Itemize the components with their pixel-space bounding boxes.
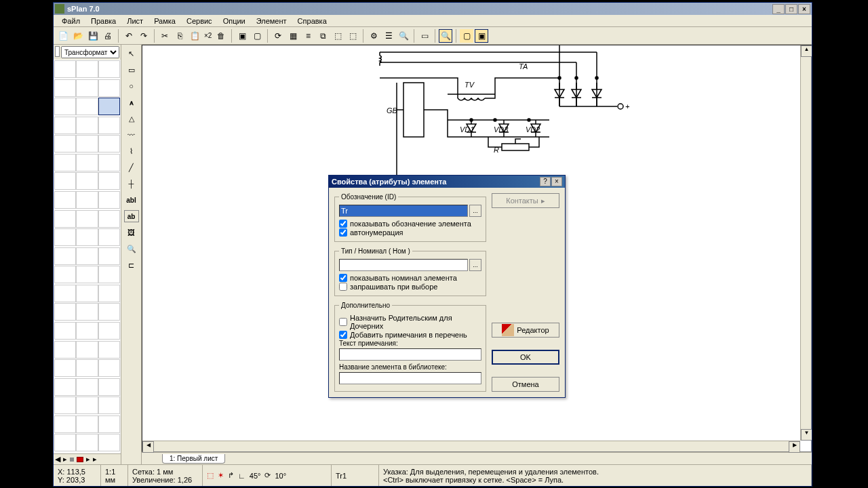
lib-item[interactable] [76, 341, 98, 359]
pointer-tool-icon[interactable]: ↖ [124, 47, 139, 60]
type-input[interactable] [339, 259, 468, 271]
lib-item[interactable] [98, 191, 120, 209]
lib-item[interactable] [54, 135, 76, 152]
grid-icon[interactable]: ▦ [286, 29, 300, 43]
dialog-close-button[interactable]: × [551, 177, 562, 186]
lib-item[interactable] [98, 79, 120, 97]
menu-help[interactable]: Справка [292, 16, 332, 26]
lib-item[interactable] [98, 322, 120, 340]
lib-item[interactable] [76, 396, 98, 414]
undo-icon[interactable]: ↶ [122, 29, 136, 43]
editor-button[interactable]: Редактор [492, 323, 559, 338]
chk-addnote[interactable] [339, 331, 347, 339]
lib-item[interactable] [76, 117, 98, 134]
lib-item[interactable] [98, 396, 120, 414]
curve-tool-icon[interactable]: 〰 [124, 129, 139, 141]
sheet-tab-1[interactable]: 1: Первый лист [162, 454, 225, 464]
polygon-tool-icon[interactable]: △ [124, 113, 139, 125]
lib-item[interactable] [98, 135, 120, 152]
dialog-title-bar[interactable]: Свойства (атрибуты) элемента ? × [329, 176, 565, 188]
lib-item[interactable] [98, 172, 120, 190]
minimize-button[interactable]: _ [772, 4, 785, 14]
lib-item[interactable] [54, 117, 76, 134]
lib-item[interactable] [98, 210, 120, 228]
lib-item-selected[interactable] [98, 98, 120, 115]
chk-parent[interactable] [339, 318, 347, 326]
lib-item[interactable] [54, 191, 76, 209]
lib-item[interactable] [54, 172, 76, 190]
lib-item[interactable] [76, 172, 98, 190]
open-icon[interactable]: 📂 [71, 29, 85, 43]
vertical-scrollbar[interactable] [800, 45, 811, 441]
front-icon[interactable]: ▣ [235, 29, 249, 43]
chk-autonum[interactable] [339, 228, 347, 237]
special-tool-icon[interactable]: ᴀ [124, 96, 139, 108]
lib-item[interactable] [54, 210, 76, 228]
lib-item[interactable] [54, 322, 76, 340]
image-tool-icon[interactable]: 🖼 [124, 226, 139, 239]
measure-tool-icon[interactable]: ⊏ [124, 259, 139, 271]
lib-item[interactable] [76, 434, 98, 451]
lib-item[interactable] [76, 247, 98, 265]
menu-file[interactable]: Файл [56, 16, 85, 26]
contacts-button[interactable]: Контакты▸ [492, 193, 559, 208]
copy-icon[interactable]: ⎘ [173, 29, 186, 43]
magnify-icon[interactable]: 🔍 [439, 29, 452, 43]
menu-frame[interactable]: Рамка [149, 16, 181, 26]
lib-item[interactable] [76, 266, 98, 283]
lib-item[interactable] [76, 154, 98, 171]
lib-item[interactable] [54, 415, 76, 433]
libname-input[interactable] [339, 372, 481, 384]
lib-item[interactable] [54, 79, 76, 97]
lib-item[interactable] [54, 98, 76, 115]
layers-icon[interactable]: ⧉ [316, 29, 330, 43]
lib-item[interactable] [76, 79, 98, 97]
lib-item[interactable] [98, 285, 120, 302]
lib-item[interactable] [76, 303, 98, 321]
menu-service[interactable]: Сервис [181, 16, 218, 26]
lib-item[interactable] [54, 154, 76, 171]
polyline-tool-icon[interactable]: ⌇ [124, 145, 139, 157]
ungroup-icon[interactable]: ⬚ [346, 29, 359, 43]
lib-item[interactable] [54, 303, 76, 321]
lib-item[interactable] [54, 378, 76, 396]
lib-item[interactable] [98, 341, 120, 359]
menu-element[interactable]: Элемент [251, 16, 292, 26]
lib-item[interactable] [76, 191, 98, 209]
id-input[interactable] [339, 205, 468, 217]
lib-item[interactable] [98, 266, 120, 283]
close-button[interactable]: × [798, 4, 810, 14]
rect-tool-icon[interactable]: ▭ [124, 64, 139, 76]
view2-icon[interactable]: ▣ [475, 29, 488, 43]
cancel-button[interactable]: Отмена [492, 377, 559, 392]
paste-icon[interactable]: 📋 [188, 29, 201, 43]
lib-item[interactable] [54, 266, 76, 283]
line-tool-icon[interactable]: ╱ [124, 161, 139, 174]
ellipse-tool-icon[interactable]: ○ [124, 80, 139, 92]
lib-item[interactable] [54, 359, 76, 377]
lib-item[interactable] [54, 396, 76, 414]
lib-item[interactable] [98, 378, 120, 396]
component-icon[interactable]: ⚙ [367, 29, 380, 43]
library-icon[interactable] [55, 46, 60, 57]
lib-item[interactable] [76, 60, 98, 78]
lib-item[interactable] [54, 341, 76, 359]
ok-button[interactable]: OK [492, 350, 559, 365]
library-selector[interactable]: Трансформат [61, 46, 119, 58]
search-icon[interactable]: 🔍 [397, 29, 410, 43]
lib-item[interactable] [76, 98, 98, 115]
group-icon[interactable]: ⬚ [331, 29, 344, 43]
lib-item[interactable] [76, 135, 98, 152]
lib-item[interactable] [98, 303, 120, 321]
delete-icon[interactable]: 🗑 [214, 29, 228, 43]
view1-icon[interactable]: ▢ [460, 29, 473, 43]
lib-item[interactable] [98, 434, 120, 451]
text-tool-icon[interactable]: abI [124, 194, 139, 206]
list-icon[interactable]: ☰ [382, 29, 395, 43]
lib-item[interactable] [54, 228, 76, 246]
type-browse-button[interactable]: ... [469, 259, 481, 271]
lib-item[interactable] [76, 415, 98, 433]
new-icon[interactable]: 📄 [56, 29, 70, 43]
lib-item[interactable] [98, 117, 120, 134]
lib-item[interactable] [76, 228, 98, 246]
